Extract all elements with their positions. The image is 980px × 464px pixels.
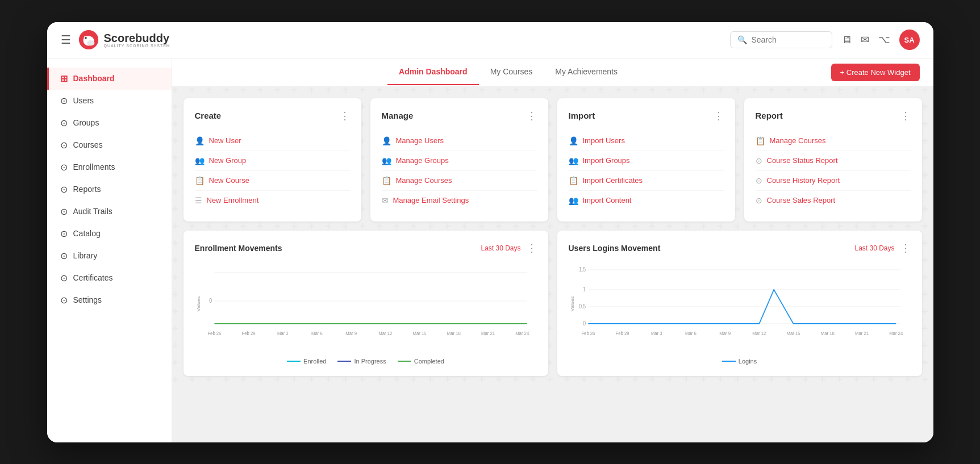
body-layout: ⊞ Dashboard ⊙ Users ⊙ Groups ⊙ Courses ⊙…: [47, 58, 933, 442]
sidebar-item-label: Catalog: [73, 229, 101, 238]
sidebar: ⊞ Dashboard ⊙ Users ⊙ Groups ⊙ Courses ⊙…: [47, 58, 172, 442]
course-sales-label: Course Sales Report: [767, 196, 836, 204]
course-sales-icon: ⊙: [756, 196, 762, 205]
sidebar-item-reports[interactable]: ⊙ Reports: [47, 178, 172, 200]
svg-text:Feb 26: Feb 26: [207, 330, 221, 336]
new-enrollment-link[interactable]: ☰ New Enrollment: [195, 191, 350, 210]
new-user-link[interactable]: 👤 New User: [195, 131, 350, 151]
svg-point-5: [87, 40, 94, 46]
course-history-report-link[interactable]: ⊙ Course History Report: [756, 171, 911, 191]
svg-text:Values: Values: [569, 296, 574, 311]
svg-text:Mar 21: Mar 21: [481, 330, 494, 336]
svg-text:1.5: 1.5: [579, 266, 586, 273]
monitor-icon[interactable]: 🖥: [841, 34, 852, 46]
manage-card: Manage ⋮ 👤 Manage Users 👥 Manage Groups: [370, 98, 548, 221]
import-certificates-link[interactable]: 📋 Import Certificates: [569, 171, 724, 191]
course-status-label: Course Status Report: [767, 156, 838, 165]
svg-text:Feb 29: Feb 29: [241, 330, 255, 336]
create-card-header: Create ⋮: [195, 110, 350, 122]
report-manage-courses-link[interactable]: 📋 Manage Courses: [756, 131, 911, 151]
logins-chart-period: Last 30 Days: [854, 244, 894, 252]
course-status-report-link[interactable]: ⊙ Course Status Report: [756, 151, 911, 171]
manage-groups-link[interactable]: 👥 Manage Groups: [382, 151, 537, 171]
dashboard-icon: ⊞: [60, 73, 68, 84]
svg-text:Mar 18: Mar 18: [820, 330, 834, 336]
enrollment-chart-header: Enrollment Movements Last 30 Days ⋮: [195, 242, 537, 254]
new-course-link[interactable]: 📋 New Course: [195, 171, 350, 191]
sidebar-item-label: Groups: [73, 118, 99, 127]
logo-subtitle: Quality Scoring System: [104, 44, 170, 48]
manage-card-menu-icon[interactable]: ⋮: [527, 110, 537, 122]
report-card-menu-icon[interactable]: ⋮: [900, 110, 911, 122]
manage-email-link[interactable]: ✉ Manage Email Settings: [382, 191, 537, 210]
hamburger-icon[interactable]: ☰: [61, 33, 71, 47]
course-sales-report-link[interactable]: ⊙ Course Sales Report: [756, 191, 911, 210]
logins-chart-menu-icon[interactable]: ⋮: [900, 242, 911, 254]
enrollment-chart-legend: Enrolled In Progress Completed: [195, 358, 537, 365]
import-card-header: Import ⋮: [569, 110, 724, 122]
sidebar-item-catalog[interactable]: ⊙ Catalog: [47, 223, 172, 245]
search-input[interactable]: [752, 35, 825, 44]
report-card-title: Report: [756, 111, 783, 120]
sidebar-item-courses[interactable]: ⊙ Courses: [47, 134, 172, 156]
manage-courses-link[interactable]: 📋 Manage Courses: [382, 171, 537, 191]
sidebar-item-label: Courses: [73, 140, 103, 149]
avatar[interactable]: SA: [899, 30, 920, 50]
svg-text:0: 0: [209, 298, 212, 304]
manage-card-title: Manage: [382, 111, 414, 120]
tab-my-courses[interactable]: My Courses: [479, 59, 544, 85]
import-users-link[interactable]: 👤 Import Users: [569, 131, 724, 151]
sidebar-item-groups[interactable]: ⊙ Groups: [47, 112, 172, 134]
manage-users-link[interactable]: 👤 Manage Users: [382, 131, 537, 151]
svg-text:Mar 24: Mar 24: [889, 330, 903, 336]
import-card-menu-icon[interactable]: ⋮: [714, 110, 724, 122]
enrollment-chart-menu-icon[interactable]: ⋮: [527, 242, 537, 254]
sidebar-item-audit-trails[interactable]: ⊙ Audit Trails: [47, 200, 172, 223]
logins-chart-legend: Logins: [569, 358, 911, 365]
import-content-link[interactable]: 👥 Import Content: [569, 191, 724, 210]
sidebar-item-library[interactable]: ⊙ Library: [47, 245, 172, 267]
import-groups-label: Import Groups: [583, 156, 630, 165]
mail-icon[interactable]: ✉: [861, 34, 869, 46]
manage-groups-icon: 👥: [382, 156, 391, 165]
create-widget-button[interactable]: + Create New Widget: [831, 64, 920, 81]
manage-card-header: Manage ⋮: [382, 110, 537, 122]
sidebar-item-users[interactable]: ⊙ Users: [47, 90, 172, 112]
sidebar-item-dashboard[interactable]: ⊞ Dashboard: [47, 68, 172, 90]
cards-row: Create ⋮ 👤 New User 👥 New Group 📋: [184, 98, 922, 221]
svg-text:Mar 15: Mar 15: [412, 330, 426, 336]
course-status-icon: ⊙: [756, 156, 762, 165]
course-history-label: Course History Report: [767, 176, 840, 185]
svg-text:Mar 12: Mar 12: [752, 330, 766, 336]
dashboard-grid: Create ⋮ 👤 New User 👥 New Group 📋: [172, 87, 933, 387]
svg-text:Feb 26: Feb 26: [581, 330, 595, 336]
in-progress-legend-label: In Progress: [354, 358, 386, 365]
svg-text:Mar 6: Mar 6: [311, 330, 323, 336]
new-group-label: New Group: [209, 156, 247, 165]
report-card-header: Report ⋮: [756, 110, 911, 122]
completed-legend-label: Completed: [414, 358, 444, 365]
logo-name: Scorebuddy: [104, 32, 170, 44]
import-groups-link[interactable]: 👥 Import Groups: [569, 151, 724, 171]
new-user-icon: 👤: [195, 136, 205, 145]
search-box[interactable]: 🔍: [730, 31, 832, 48]
tab-admin-dashboard[interactable]: Admin Dashboard: [387, 59, 479, 85]
network-icon[interactable]: ⌥: [878, 34, 890, 46]
sidebar-item-certificates[interactable]: ⊙ Certificates: [47, 267, 172, 289]
enrollment-chart-title: Enrollment Movements: [195, 244, 282, 253]
sidebar-item-settings[interactable]: ⊙ Settings: [47, 289, 172, 311]
library-icon: ⊙: [60, 250, 68, 261]
enrollments-icon: ⊙: [60, 162, 68, 173]
new-group-link[interactable]: 👥 New Group: [195, 151, 350, 171]
in-progress-legend-dot: [337, 361, 351, 362]
import-groups-icon: 👥: [569, 156, 578, 165]
logins-legend: Logins: [722, 358, 757, 365]
create-card-menu-icon[interactable]: ⋮: [340, 110, 350, 122]
new-user-label: New User: [209, 136, 241, 145]
in-progress-legend: In Progress: [337, 358, 386, 365]
import-card: Import ⋮ 👤 Import Users 👥 Import Groups: [557, 98, 735, 221]
tab-my-achievements[interactable]: My Achievements: [544, 59, 629, 85]
sidebar-item-enrollments[interactable]: ⊙ Enrollments: [47, 156, 172, 178]
new-group-icon: 👥: [195, 156, 205, 165]
svg-text:Mar 12: Mar 12: [378, 330, 392, 336]
